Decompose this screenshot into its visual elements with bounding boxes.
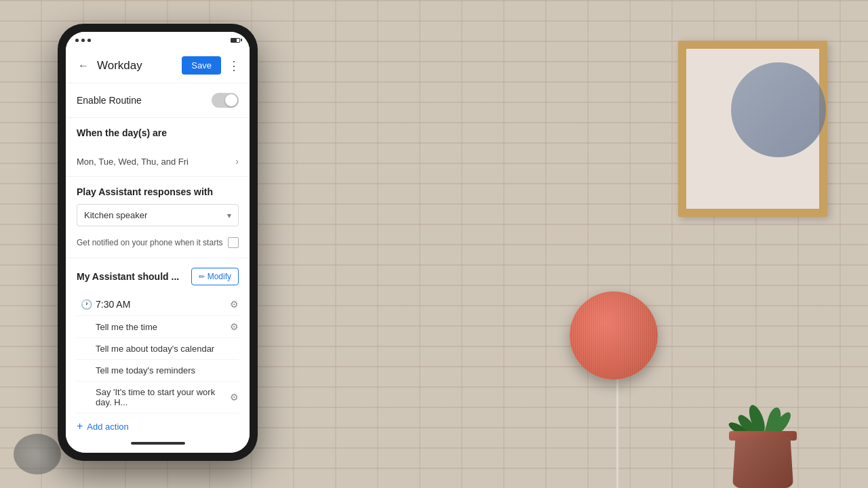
action-time-text: 7:30 AM [96, 299, 230, 310]
app-title: Workday [94, 59, 182, 73]
tell-time-gear-icon[interactable]: ⚙ [230, 321, 239, 332]
action-tell-time-text: Tell me the time [96, 322, 230, 332]
time-gear-icon[interactable]: ⚙ [230, 299, 239, 310]
notification-label: Get notified on your phone when it start… [77, 238, 228, 247]
status-dot-3 [87, 39, 91, 42]
back-button[interactable]: ← [73, 55, 94, 77]
clock-icon: 🕐 [77, 299, 96, 310]
dropdown-arrow-icon: ▾ [227, 211, 231, 220]
dropdown-label: Kitchen speaker [84, 210, 227, 220]
add-action-label: Add action [87, 422, 128, 432]
play-assistant-section: Play Assistant responses with Kitchen sp… [66, 177, 250, 258]
play-assistant-title: Play Assistant responses with [77, 186, 239, 197]
phone-nav-bar [66, 434, 250, 453]
notification-checkbox[interactable] [228, 237, 239, 248]
enable-routine-row: Enable Routine [66, 83, 250, 118]
days-section-title: When the day(s) are [77, 127, 239, 138]
action-calendar-text: Tell me about today's calendar [96, 344, 239, 354]
pencil-icon: ✏ [199, 272, 205, 281]
action-time-item: 🕐 7:30 AM ⚙ [77, 293, 239, 316]
phone-device: ← Workday Save ⋮ Enable Routine When the… [58, 24, 258, 461]
action-tell-time-item: Tell me the time ⚙ [77, 316, 239, 338]
save-button[interactable]: Save [182, 56, 221, 75]
speaker-dropdown[interactable]: Kitchen speaker ▾ [77, 204, 239, 226]
status-bar-right [231, 38, 240, 43]
battery-icon [231, 38, 240, 43]
assistant-title: My Assistant should ... [77, 271, 191, 282]
days-text: Mon, Tue, Wed, Thu, and Fri [77, 157, 235, 167]
modify-button[interactable]: ✏ Modify [191, 268, 239, 285]
add-plus-icon: + [77, 420, 83, 432]
speaker-cord [616, 373, 618, 488]
battery-fill [231, 39, 237, 42]
add-action-button[interactable]: + Add action [77, 413, 129, 434]
chevron-right-icon: › [235, 156, 239, 167]
notification-row: Get notified on your phone when it start… [77, 235, 239, 251]
action-reminders-item: Tell me today's reminders [77, 360, 239, 382]
modify-label: Modify [208, 272, 231, 281]
home-indicator [131, 442, 185, 445]
enable-routine-label: Enable Routine [77, 95, 212, 106]
enable-routine-toggle[interactable] [212, 93, 239, 108]
art-circle [731, 62, 826, 157]
days-row[interactable]: Mon, Tue, Wed, Thu, and Fri › [66, 150, 250, 177]
decorative-pebble [14, 434, 61, 474]
status-bar [66, 32, 250, 48]
content-area[interactable]: Enable Routine When the day(s) are Mon, … [66, 83, 250, 434]
status-dot-1 [75, 39, 79, 42]
action-say-text: Say 'It's time to start your work day. H… [96, 387, 230, 407]
status-bar-left [75, 39, 91, 42]
status-dot-2 [81, 39, 85, 42]
app-bar: ← Workday Save ⋮ [66, 48, 250, 83]
wall-art [678, 41, 827, 217]
pot-body [732, 437, 793, 488]
assistant-header: My Assistant should ... ✏ Modify [77, 268, 239, 285]
plant-pot [726, 420, 800, 488]
google-home-speaker [570, 291, 658, 380]
action-calendar-item: Tell me about today's calendar [77, 338, 239, 360]
assistant-section: My Assistant should ... ✏ Modify 🕐 7:30 … [66, 258, 250, 434]
phone-screen: ← Workday Save ⋮ Enable Routine When the… [66, 32, 250, 453]
days-section: When the day(s) are [66, 118, 250, 150]
action-say-item: Say 'It's time to start your work day. H… [77, 382, 239, 413]
toggle-knob [225, 94, 237, 106]
more-options-button[interactable]: ⋮ [221, 55, 243, 77]
say-gear-icon[interactable]: ⚙ [230, 392, 239, 403]
plant-leaves [736, 380, 790, 434]
action-reminders-text: Tell me today's reminders [96, 365, 239, 375]
